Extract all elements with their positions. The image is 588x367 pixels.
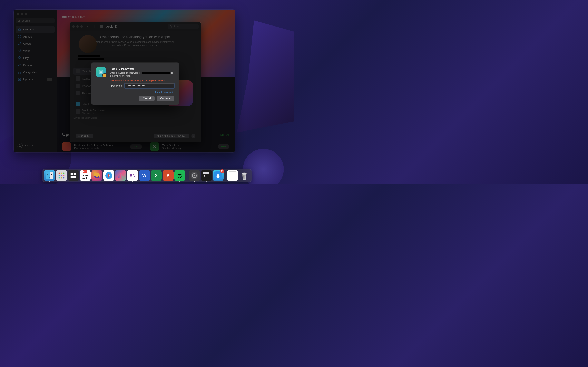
app-card[interactable]: OmniGraffle 7 Graphics & Design GET [150,142,230,151]
tab-sublabel: Not Signed In [82,112,105,114]
device-list-note: Device list not available. [73,117,98,119]
continue-button[interactable]: Continue [156,96,174,101]
maximize-icon[interactable] [25,13,27,15]
dock-appstore[interactable]: 11 [213,170,224,181]
window-controls[interactable] [16,12,54,18]
dock-safari[interactable] [103,170,114,181]
maximize-icon[interactable] [80,25,83,28]
dock-spotify[interactable] [174,170,185,181]
forward-button[interactable] [92,24,97,29]
dock-system-preferences[interactable] [189,170,200,181]
sidebar-item-create[interactable]: Create [16,40,54,47]
svg-rect-6 [20,73,21,74]
svg-marker-2 [18,28,21,31]
dock-launchpad[interactable] [56,170,67,181]
share-icon[interactable] [95,134,99,138]
error-message: There was an error connecting to the App… [110,79,174,82]
dock-terminal[interactable]: >_ [201,170,212,181]
calendar-day: 17 [82,173,88,181]
get-button[interactable]: GET [218,144,229,149]
dock-trash[interactable] [239,170,250,181]
profile-section [78,35,98,61]
signin-button[interactable]: Sign In [16,141,54,150]
svg-rect-32 [50,172,53,179]
dock-calendar[interactable]: NOV 17 [80,170,91,181]
app-name: OmniGraffle 7 [162,143,215,147]
dock-excel[interactable]: X [151,170,162,181]
sidebar-item-discover[interactable]: Discover [16,26,54,33]
password-label: Password: [110,84,123,87]
svg-rect-39 [61,175,62,176]
app-subtitle: Plan your day perfectly [74,147,127,150]
minimize-icon[interactable] [76,25,79,28]
window-title: Apple ID [106,25,117,28]
svg-rect-21 [100,26,101,27]
dock-app-triangle[interactable] [115,170,126,181]
sidebar-item-arcade[interactable]: Arcade [16,33,54,40]
cancel-button[interactable]: Cancel [139,96,155,101]
sidebar-item-label: Discover [23,28,34,31]
word-label: W [142,173,147,178]
excel-label: X [155,173,158,178]
svg-line-1 [19,21,20,22]
sidebar-item-develop[interactable]: Develop [16,62,54,68]
minimize-icon[interactable] [21,13,23,15]
tab-label: iCloud [82,102,90,105]
sidebar-item-label: Develop [23,64,34,67]
close-icon[interactable] [17,13,19,15]
ppt-label: P [167,173,170,178]
svg-line-15 [155,145,156,147]
search-input[interactable]: Search [16,18,54,23]
dock-mission-control[interactable] [68,170,79,181]
hero-label: GREAT IN BIG SUR [62,16,229,18]
en-label: EN [130,173,135,178]
svg-rect-26 [102,27,103,28]
updates-badge: 11 [47,78,52,81]
sidebar-item-updates[interactable]: Updates 11 [16,76,54,83]
svg-rect-46 [71,175,76,178]
signout-button[interactable]: Sign Out… [76,133,93,138]
password-dialog: Apple ID Password Enter the Apple ID pas… [91,63,179,105]
svg-rect-43 [63,177,65,179]
app-icon [150,142,159,151]
svg-rect-25 [101,27,102,28]
svg-rect-4 [20,71,21,72]
rocket-icon [18,56,21,60]
send-icon [18,49,21,53]
dock-divider [225,171,225,180]
profile-picture[interactable] [79,35,97,53]
dock-powerpoint[interactable]: P [163,170,173,181]
svg-point-34 [51,174,52,175]
sidebar-item-work[interactable]: Work [16,48,54,54]
tab-media[interactable]: Media & Purchases Not Signed In [73,108,116,115]
sysprefs-toolbar: Apple ID Search [70,22,201,31]
about-privacy-button[interactable]: About Apple ID & Privacy… [154,133,189,138]
svg-point-66 [242,173,247,174]
grid-button[interactable] [99,24,104,29]
svg-rect-37 [63,173,65,174]
brush-icon [18,42,21,45]
forgot-password-link[interactable]: Forgot Password? [155,91,174,93]
get-button[interactable]: GET [130,144,142,149]
back-button[interactable] [85,24,90,29]
password-input[interactable] [125,83,174,88]
sidebar-item-categories[interactable]: Categories [16,69,54,76]
hammer-icon [18,63,21,67]
help-button[interactable]: ? [191,134,195,138]
see-all-link[interactable]: See All [220,133,229,136]
window-controls[interactable] [72,25,83,28]
search-input[interactable]: Search [168,24,199,29]
svg-rect-20 [102,25,103,26]
app-card[interactable]: Fantastical - Calendar & Tasks Plan your… [62,142,142,151]
dock-endnote[interactable]: EN [127,170,138,181]
close-icon[interactable] [72,25,75,28]
svg-point-56 [194,175,195,176]
svg-rect-35 [59,173,60,174]
sidebar-item-play[interactable]: Play [16,55,54,61]
svg-rect-40 [63,175,65,176]
dock-firefox[interactable] [91,170,103,181]
dock-finder[interactable] [44,170,55,181]
svg-rect-3 [18,71,19,72]
dock-word[interactable]: W [139,170,150,181]
dock-document[interactable] [227,170,238,181]
